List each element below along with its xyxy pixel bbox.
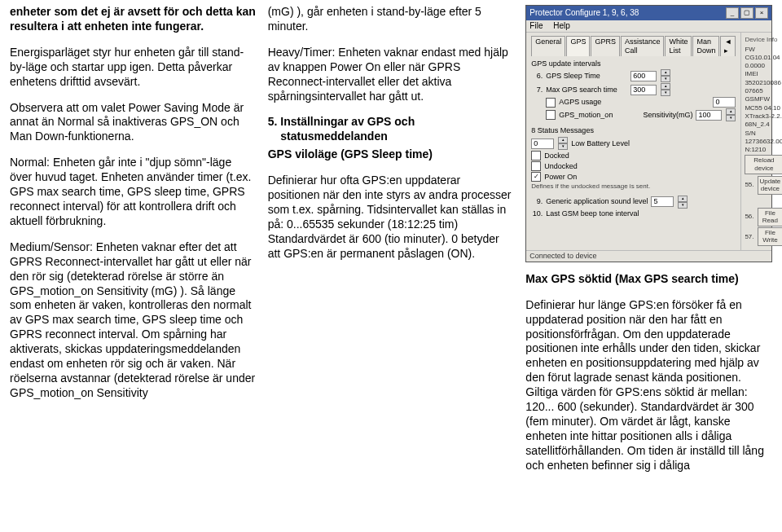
titlebar: Protector Configure 1, 9, 6, 38 _ ▢ × bbox=[526, 6, 771, 20]
col3-heading: Max GPS söktid (Max GPS search time) bbox=[525, 272, 772, 287]
heading-line-2: statusmeddelanden bbox=[280, 130, 387, 143]
undocked-checkbox[interactable] bbox=[531, 161, 541, 171]
row-max-gps-search: 7. Max GPS search time 300 ▴▾ bbox=[531, 83, 736, 96]
group-gps-intervals-label: GPS update intervals bbox=[531, 59, 736, 68]
sn-value: 12736632.00N:1210 bbox=[745, 138, 782, 153]
maximize-button[interactable]: ▢ bbox=[740, 7, 753, 19]
defines-hint: Defines if the undocked message is sent. bbox=[531, 182, 736, 191]
agps-value[interactable]: 0 bbox=[713, 97, 736, 108]
spinner-icon[interactable]: ▴▾ bbox=[661, 83, 670, 96]
file-read-button[interactable]: File Read bbox=[758, 208, 782, 226]
subheading-gps-sleep: GPS viloläge (GPS Sleep time) bbox=[268, 147, 515, 162]
close-button[interactable]: × bbox=[755, 7, 768, 19]
section-5-heading: 5. Inställningar av GPS och statusmeddel… bbox=[268, 115, 515, 144]
tab-white-list[interactable]: White List bbox=[665, 36, 692, 56]
column-3-body: Max GPS söktid (Max GPS search time) Def… bbox=[525, 272, 772, 527]
sensitivity-input[interactable]: 100 bbox=[696, 110, 722, 121]
row-gps-sleep-time: 6. GPS Sleep Time 600 ▴▾ bbox=[531, 69, 736, 82]
file-write-num: 57. bbox=[745, 233, 753, 241]
col2-p3: Definierar hur ofta GPS:en uppdaterar po… bbox=[268, 174, 515, 261]
gps-motion-checkbox[interactable] bbox=[546, 110, 556, 120]
gsmfw-value2: XTrack3-2.2.68N_2.4 bbox=[745, 112, 782, 128]
file-read-num: 56. bbox=[745, 213, 753, 221]
col3-p: Definierar hur länge GPS:en försöker få … bbox=[525, 298, 772, 473]
minimize-button[interactable]: _ bbox=[726, 7, 739, 19]
file-write-button[interactable]: File Write bbox=[758, 227, 782, 246]
window-title: Protector Configure 1, 9, 6, 38 bbox=[529, 8, 639, 18]
group-status-messages: 8 Status Messages 0 ▴▾ Low Battery Level… bbox=[531, 126, 736, 190]
file-read-row: 56. File Read bbox=[745, 208, 782, 226]
imei-label: IMEI bbox=[745, 70, 782, 78]
tab-assistance-call[interactable]: Assistance Call bbox=[621, 36, 665, 56]
spinner-icon[interactable]: ▴▾ bbox=[661, 69, 670, 82]
row-number: 6. bbox=[531, 72, 543, 81]
tab-gprs[interactable]: GPRS bbox=[591, 36, 620, 56]
tabs: General GPS GPRS Assistance Call White L… bbox=[531, 36, 736, 56]
low-battery-label: Low Battery Level bbox=[571, 139, 630, 148]
tab-man-down[interactable]: Man Down bbox=[692, 36, 719, 56]
row-power-on: Power On bbox=[531, 172, 736, 182]
reload-device-button[interactable]: Reload device bbox=[745, 155, 782, 174]
max-gps-search-label: Max GPS search time bbox=[546, 86, 627, 95]
gsmfw-value: MC55 04.10 bbox=[745, 104, 782, 112]
gps-sleep-time-input[interactable]: 600 bbox=[630, 71, 657, 81]
last-gsm-beep-label: Last GSM beep tone interval bbox=[546, 209, 639, 218]
row-sound-level: 9. Generic application sound level 5 ▴▾ bbox=[531, 196, 736, 209]
col1-p4: Normal: Enheten går inte i "djup sömn"-l… bbox=[10, 156, 257, 229]
spinner-icon[interactable]: ▴▾ bbox=[726, 108, 736, 121]
gps-sleep-time-label: GPS Sleep Time bbox=[546, 72, 627, 81]
row-docked: Docked bbox=[531, 151, 736, 160]
agps-checkbox[interactable] bbox=[546, 98, 556, 108]
group-status-label: 8 Status Messages bbox=[531, 126, 736, 135]
page: enheter som det ej är avsett för och det… bbox=[0, 0, 782, 532]
menubar: File Help bbox=[526, 20, 771, 33]
docked-label: Docked bbox=[544, 152, 569, 160]
sensitivity-label: Sensitivity(mG) bbox=[643, 111, 692, 120]
row-number: 10. bbox=[531, 209, 543, 218]
gps-motion-label: GPS_motion_on bbox=[559, 111, 613, 120]
docked-checkbox[interactable] bbox=[531, 151, 541, 160]
dialog-body: General GPS GPRS Assistance Call White L… bbox=[526, 33, 771, 250]
column-3: Protector Configure 1, 9, 6, 38 _ ▢ × Fi… bbox=[525, 5, 772, 527]
heading-line-1: Inställningar av GPS och bbox=[280, 115, 415, 128]
update-num: 55. bbox=[745, 181, 753, 189]
col1-p1: enheter som det ej är avsett för och det… bbox=[10, 5, 257, 34]
sn-label: S/N bbox=[745, 130, 782, 138]
spinner-icon[interactable]: ▴▾ bbox=[558, 137, 568, 150]
tab-general[interactable]: General bbox=[531, 36, 565, 56]
col2-p1: (mG) ), går enheten i stand-by-läge efte… bbox=[268, 5, 515, 34]
agps-label: AGPS usage bbox=[559, 98, 601, 107]
menu-help[interactable]: Help bbox=[553, 21, 570, 30]
row-number: 9. bbox=[531, 197, 543, 206]
update-device-button[interactable]: Update device bbox=[758, 176, 782, 195]
fw-value: CG10.01.040.0000 bbox=[745, 54, 782, 69]
power-on-label: Power On bbox=[544, 173, 577, 182]
power-on-checkbox[interactable] bbox=[531, 172, 541, 182]
row-gps-motion: GPS_motion_on Sensitivity(mG) 100 ▴▾ bbox=[531, 108, 736, 121]
sound-level-input[interactable]: 5 bbox=[651, 196, 674, 207]
device-info-panel: Device Info FW CG10.01.040.0000 IMEI 352… bbox=[740, 33, 782, 250]
menu-file[interactable]: File bbox=[529, 21, 543, 30]
col2-p2: Heavy/Timer: Enheten vaknar endast med h… bbox=[268, 46, 515, 104]
file-write-row: 57. File Write bbox=[745, 227, 782, 246]
row-undocked: Undocked bbox=[531, 161, 736, 171]
row-number: 7. bbox=[531, 86, 543, 95]
row-last-gsm-beep: 10. Last GSM beep tone interval bbox=[531, 209, 736, 218]
column-2: (mG) ), går enheten i stand-by-läge efte… bbox=[268, 5, 515, 527]
col1-p5: Medium/Sensor: Enheten vaknar efter det … bbox=[10, 240, 257, 401]
row-agps-usage: AGPS usage 0 bbox=[531, 97, 736, 108]
sound-level-label: Generic application sound level bbox=[546, 197, 648, 206]
dialog-main: General GPS GPRS Assistance Call White L… bbox=[526, 33, 740, 250]
fw-label: FW bbox=[745, 46, 782, 54]
tab-gps[interactable]: GPS bbox=[566, 36, 590, 56]
col1-p3: Observera att om valet Power Saving Mode… bbox=[10, 101, 257, 145]
low-battery-input[interactable]: 0 bbox=[531, 138, 554, 149]
config-dialog: Protector Configure 1, 9, 6, 38 _ ▢ × Fi… bbox=[525, 5, 772, 262]
row-low-battery: 0 ▴▾ Low Battery Level bbox=[531, 137, 736, 150]
tab-scroll[interactable]: ◄ ▸ bbox=[720, 36, 736, 56]
undocked-label: Undocked bbox=[544, 162, 578, 171]
col1-p2: Energisparläget styr hur enheten går til… bbox=[10, 46, 257, 90]
max-gps-search-input[interactable]: 300 bbox=[630, 85, 657, 95]
group-gps-intervals: GPS update intervals 6. GPS Sleep Time 6… bbox=[531, 59, 736, 122]
spinner-icon[interactable]: ▴▾ bbox=[678, 196, 688, 209]
